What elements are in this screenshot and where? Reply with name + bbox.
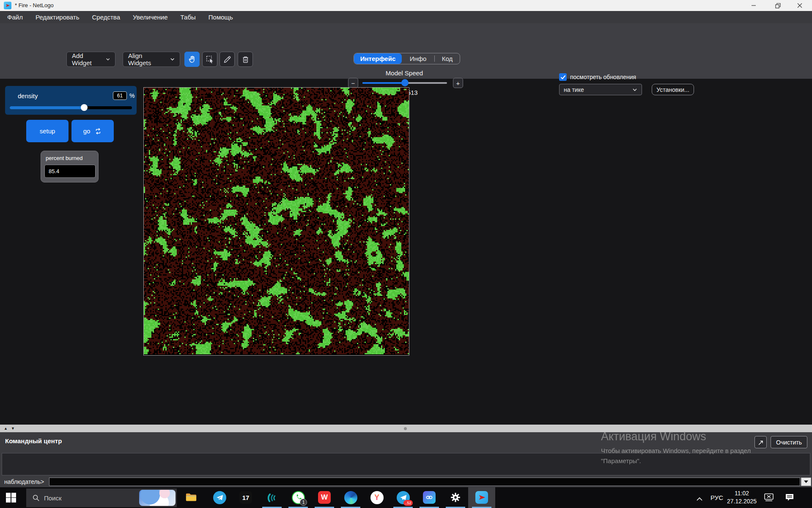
update-mode-value: на тике (564, 86, 584, 93)
tab-interface[interactable]: Интерфейс (354, 53, 402, 64)
notification-center-icon[interactable] (785, 493, 794, 503)
popout-icon (757, 439, 764, 446)
pencil-icon (223, 55, 232, 64)
whatsapp-icon[interactable]: 1 (291, 490, 305, 505)
density-slider-thumb[interactable] (81, 104, 88, 111)
command-center-output[interactable] (2, 453, 810, 475)
menu-tools[interactable]: Средства (86, 11, 126, 23)
world-view[interactable] (143, 87, 409, 356)
settings-gear-icon[interactable] (448, 490, 463, 505)
clear-button[interactable]: Очистить (771, 436, 807, 448)
density-slider-widget[interactable]: density 61 % (5, 86, 137, 115)
check-icon (560, 75, 566, 80)
selection-icon (206, 55, 214, 64)
tray-language[interactable]: РУС (710, 494, 723, 501)
link-app-icon[interactable] (422, 490, 436, 505)
go-button[interactable]: go (71, 120, 114, 142)
trash-icon (241, 55, 250, 64)
tray-date: 27.12.2025 (727, 497, 757, 505)
speed-increase-button[interactable]: + (453, 78, 463, 88)
start-button[interactable] (6, 493, 16, 502)
edit-tool-button[interactable] (219, 52, 235, 67)
menu-tabs[interactable]: Табы (174, 11, 202, 23)
align-widgets-label: Align Widgets (128, 52, 165, 66)
align-widgets-dropdown[interactable]: Align Widgets (123, 52, 180, 67)
pan-hand-tool-button[interactable] (184, 52, 200, 67)
add-widget-label: Add Widget (72, 52, 101, 66)
popout-button[interactable] (754, 436, 767, 448)
search-icon (32, 494, 40, 502)
restore-button[interactable] (768, 0, 787, 11)
tray-clock[interactable]: 11:02 27.12.2025 (727, 489, 757, 505)
splitter-grip-dot[interactable] (404, 427, 407, 430)
taskbar-search[interactable]: Поиск (26, 489, 177, 507)
tab-group: Интерфейс Инфо Код (354, 53, 460, 64)
telegram-icon[interactable] (212, 490, 227, 505)
model-speed-label: Model Speed (362, 69, 447, 77)
density-slider-fill (10, 106, 84, 109)
density-label: density (18, 92, 38, 99)
desktop: * Fire - NetLogo Файл Редактировать Сред… (0, 0, 812, 508)
menu-edit[interactable]: Редактировать (29, 11, 86, 23)
forever-loop-icon (94, 127, 102, 135)
title-bar: * Fire - NetLogo (0, 0, 812, 11)
world-view-canvas (144, 88, 409, 354)
telegram-second-icon[interactable]: ..52 (396, 490, 410, 505)
setup-button[interactable]: setup (26, 120, 69, 142)
menu-zoom[interactable]: Увеличение (126, 11, 174, 23)
tab-info[interactable]: Инфо (402, 53, 434, 64)
weather-widget-icon[interactable] (139, 490, 176, 506)
delete-tool-button[interactable] (238, 52, 253, 67)
command-input[interactable] (49, 478, 800, 486)
settings-button[interactable]: Установки... (652, 84, 694, 95)
monitor-label: percent burned (46, 155, 82, 161)
monitor-value: 85.4 (44, 165, 96, 178)
edge-browser-icon[interactable] (343, 490, 358, 505)
view-updates-checkbox[interactable] (559, 73, 567, 81)
tray-expand-chevron[interactable] (696, 495, 703, 503)
wps-office-icon[interactable]: W (317, 490, 332, 505)
menu-help[interactable]: Помощь (202, 11, 239, 23)
speed-slider-fill (362, 82, 405, 84)
telegram-badge: ..52 (403, 500, 413, 506)
splitter-down-arrow[interactable]: ▼ (11, 426, 15, 431)
file-explorer-icon[interactable] (184, 490, 198, 505)
select-tool-button[interactable] (202, 52, 217, 67)
minimize-button[interactable] (744, 0, 763, 11)
speed-decrease-button[interactable]: − (348, 78, 358, 88)
chevron-down-icon (632, 87, 637, 92)
view-updates-label: посмотреть обновления (570, 73, 636, 81)
yandex-browser-icon[interactable]: Y (370, 490, 384, 505)
menu-bar: Файл Редактировать Средства Увеличение Т… (0, 11, 812, 23)
splitter-up-arrow[interactable]: ▲ (4, 426, 8, 431)
close-button[interactable] (790, 0, 809, 11)
whatsapp-badge: 1 (300, 499, 307, 506)
chevron-down-icon (106, 57, 110, 62)
tray-touch-indicator-icon[interactable] (764, 493, 774, 503)
setup-button-label: setup (40, 127, 55, 135)
menu-file[interactable]: Файл (1, 11, 29, 23)
hand-icon (188, 55, 197, 64)
netlogo-taskbar-icon[interactable] (475, 490, 489, 505)
tab-code[interactable]: Код (435, 53, 460, 64)
add-widget-dropdown[interactable]: Add Widget (66, 52, 115, 67)
search-placeholder: Поиск (44, 494, 62, 502)
wave-app-icon[interactable] (265, 490, 279, 505)
speed-slider-thumb[interactable] (401, 79, 409, 86)
observer-prompt-label: наблюдатель> (4, 477, 44, 486)
density-unit: % (129, 92, 134, 99)
update-mode-dropdown[interactable]: на тике (559, 84, 642, 95)
command-line-row: наблюдатель> (0, 477, 812, 486)
window-title: * Fire - NetLogo (15, 0, 54, 11)
tradingview-icon[interactable]: 17 (239, 490, 253, 505)
tray-time: 11:02 (727, 489, 757, 497)
density-value[interactable]: 61 (113, 91, 127, 100)
chevron-down-icon (170, 57, 175, 62)
interface-toolbar-band: Интерфейс Инфо Код Add Widget Align Widg… (0, 23, 812, 79)
go-button-label: go (83, 127, 91, 135)
command-history-dropdown[interactable] (801, 478, 811, 486)
command-center-title: Командный центр (5, 437, 62, 444)
percent-burned-monitor: percent burned 85.4 (41, 151, 99, 182)
triangle-down-icon (804, 480, 808, 483)
netlogo-app-icon (4, 2, 11, 9)
